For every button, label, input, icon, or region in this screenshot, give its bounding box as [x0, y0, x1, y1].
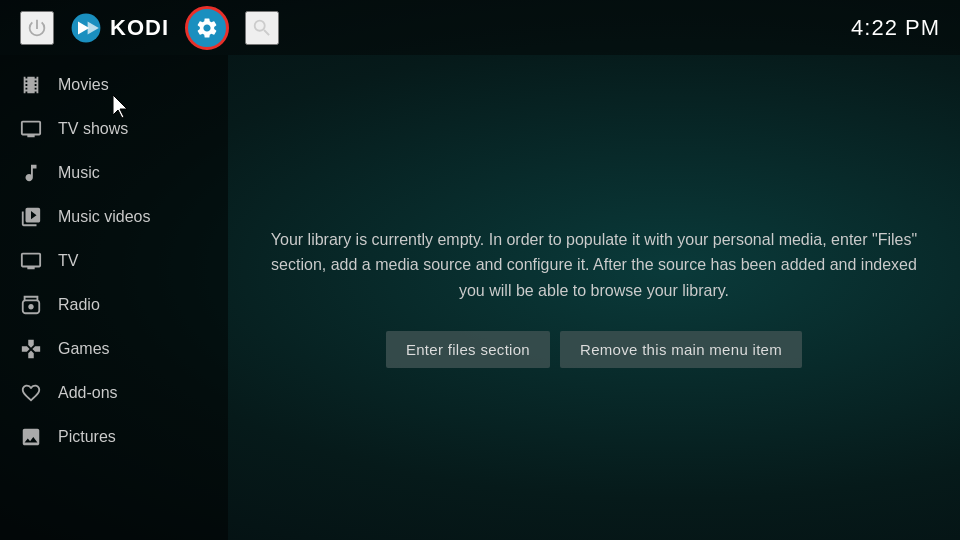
- livetv-icon: [20, 250, 42, 272]
- sidebar-item-addons[interactable]: Add-ons: [0, 371, 228, 415]
- main-layout: Movies TV shows Music Music videos: [0, 55, 960, 540]
- movies-icon: [20, 74, 42, 96]
- tv-label: TV: [58, 252, 78, 270]
- sidebar-item-movies[interactable]: Movies: [0, 63, 228, 107]
- sidebar-item-tvshows[interactable]: TV shows: [0, 107, 228, 151]
- addons-label: Add-ons: [58, 384, 118, 402]
- musicvideos-icon: [20, 206, 42, 228]
- musicvideos-label: Music videos: [58, 208, 150, 226]
- app-title: KODI: [110, 15, 169, 41]
- games-label: Games: [58, 340, 110, 358]
- kodi-icon: [70, 12, 102, 44]
- header-left: KODI: [20, 6, 279, 50]
- sidebar-item-tv[interactable]: TV: [0, 239, 228, 283]
- search-button[interactable]: [245, 11, 279, 45]
- tvshows-label: TV shows: [58, 120, 128, 138]
- content-area: Your library is currently empty. In orde…: [228, 55, 960, 540]
- sidebar-item-music[interactable]: Music: [0, 151, 228, 195]
- system-time: 4:22 PM: [851, 15, 940, 41]
- pictures-icon: [20, 426, 42, 448]
- action-buttons: Enter files section Remove this main men…: [268, 331, 920, 368]
- movies-label: Movies: [58, 76, 109, 94]
- power-icon[interactable]: [20, 11, 54, 45]
- kodi-logo: KODI: [70, 12, 169, 44]
- gear-icon: [195, 16, 219, 40]
- music-label: Music: [58, 164, 100, 182]
- addons-icon: [20, 382, 42, 404]
- sidebar-item-pictures[interactable]: Pictures: [0, 415, 228, 459]
- sidebar-item-games[interactable]: Games: [0, 327, 228, 371]
- settings-button[interactable]: [185, 6, 229, 50]
- empty-library-message: Your library is currently empty. In orde…: [268, 227, 920, 304]
- radio-icon: [20, 294, 42, 316]
- empty-library-box: Your library is currently empty. In orde…: [268, 227, 920, 369]
- games-icon: [20, 338, 42, 360]
- radio-label: Radio: [58, 296, 100, 314]
- remove-menu-item-button[interactable]: Remove this main menu item: [560, 331, 802, 368]
- tvshows-icon: [20, 118, 42, 140]
- sidebar: Movies TV shows Music Music videos: [0, 55, 228, 540]
- sidebar-item-musicvideos[interactable]: Music videos: [0, 195, 228, 239]
- search-icon: [251, 17, 273, 39]
- enter-files-button[interactable]: Enter files section: [386, 331, 550, 368]
- sidebar-item-radio[interactable]: Radio: [0, 283, 228, 327]
- pictures-label: Pictures: [58, 428, 116, 446]
- header: KODI 4:22 PM: [0, 0, 960, 55]
- music-icon: [20, 162, 42, 184]
